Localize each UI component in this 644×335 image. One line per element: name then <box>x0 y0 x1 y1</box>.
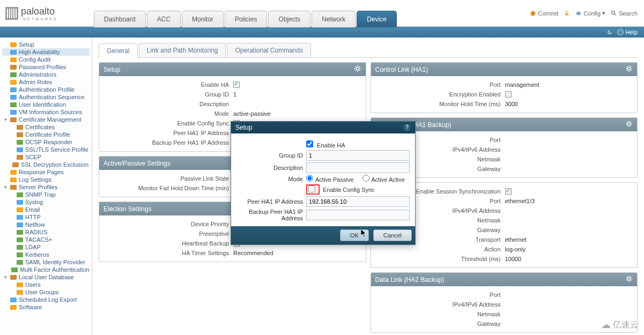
setup-dialog-footer: OK Cancel <box>231 226 415 244</box>
sidebar-item-vm-information-sources[interactable]: VM Information Sources <box>2 108 90 116</box>
svg-rect-12 <box>10 80 17 85</box>
sidebar-item-user-groups[interactable]: User Groups <box>2 288 90 296</box>
tab-network[interactable]: Network <box>312 11 356 27</box>
svg-line-48 <box>355 66 356 68</box>
svg-line-76 <box>631 70 632 71</box>
svg-point-88 <box>627 277 630 280</box>
svg-line-96 <box>627 280 628 281</box>
subtab-link-and-path-monitoring[interactable]: Link and Path Monitoring <box>139 43 226 57</box>
sidebar-item-admin-roles[interactable]: Admin Roles <box>2 78 90 86</box>
sidebar-item-authentication-sequence[interactable]: Authentication Sequence <box>2 93 90 101</box>
sidebar-item-netflow[interactable]: Netflow <box>2 221 90 228</box>
svg-rect-1 <box>565 13 568 16</box>
sidebar-item-kerberos[interactable]: Kerberos <box>2 251 90 258</box>
mode-active-active-radio[interactable]: Active Active <box>362 175 405 183</box>
sidebar-item-ssl-tls-service-profile[interactable]: SSL/TLS Service Profile <box>2 146 90 153</box>
sidebar-item-users[interactable]: Users <box>2 281 90 288</box>
sidebar-item-ssl-decryption-exclusion[interactable]: SSL Decryption Exclusion <box>2 161 90 168</box>
sidebar-item-email[interactable]: Email <box>2 206 90 213</box>
tab-dashboard[interactable]: Dashboard <box>94 11 146 27</box>
sidebar-item-response-pages[interactable]: Response Pages <box>2 168 90 176</box>
svg-point-3 <box>612 11 615 14</box>
header: paloalto NETWORKS DashboardACCMonitorPol… <box>0 0 644 27</box>
commit-link[interactable]: Commit <box>530 10 558 17</box>
svg-line-87 <box>627 125 628 126</box>
enable-ha-checkbox[interactable]: Enable HA <box>306 140 345 148</box>
svg-point-70 <box>627 67 630 70</box>
help-icon[interactable]: ? <box>403 124 411 131</box>
sidebar-item-server-profiles[interactable]: ▾Server Profiles <box>2 183 90 191</box>
sidebar-item-certificates[interactable]: Certificates <box>2 123 90 131</box>
description-input[interactable] <box>306 162 410 173</box>
sidebar-item-log-settings[interactable]: Log Settings <box>2 176 90 183</box>
sidebar-item-certificate-management[interactable]: ▾Certificate Management <box>2 116 90 123</box>
gear-icon[interactable] <box>354 65 361 74</box>
svg-rect-11 <box>10 72 17 77</box>
svg-rect-26 <box>10 185 17 190</box>
enable-config-sync-checkbox[interactable] <box>308 185 317 193</box>
svg-rect-27 <box>17 192 23 197</box>
sidebar-item-user-identification[interactable]: User Identification <box>2 101 90 108</box>
svg-point-0 <box>531 11 536 16</box>
sidebar-item-syslog[interactable]: Syslog <box>2 198 90 206</box>
svg-rect-24 <box>10 170 17 175</box>
svg-rect-39 <box>17 282 23 287</box>
sidebar-item-multi-factor-authentication[interactable]: Multi Factor Authentication <box>2 266 90 273</box>
gear-icon[interactable] <box>625 65 633 74</box>
peer-ha1-input[interactable] <box>306 196 410 207</box>
sidebar-item-radius[interactable]: RADIUS <box>2 228 90 236</box>
logo-subtext: NETWORKS <box>23 17 57 21</box>
search-icon <box>611 10 617 17</box>
tab-device[interactable]: Device <box>357 11 397 27</box>
logo: paloalto NETWORKS <box>0 6 94 21</box>
gear-icon[interactable] <box>625 275 633 284</box>
checkbox-indicator <box>505 188 512 195</box>
svg-line-86 <box>631 122 632 123</box>
sidebar-item-password-profiles[interactable]: Password Profiles <box>2 63 90 71</box>
sidebar-item-software[interactable]: Software <box>2 303 90 311</box>
checkbox-indicator <box>505 91 512 98</box>
sidebar-item-snmp-trap[interactable]: SNMP Trap <box>2 191 90 198</box>
sidebar-item-setup[interactable]: Setup <box>2 41 90 48</box>
sidebar-item-saml-identity-provider[interactable]: SAML Identity Provider <box>2 258 90 266</box>
mode-label: Mode <box>236 176 306 182</box>
tab-monitor[interactable]: Monitor <box>182 11 224 27</box>
ok-button[interactable]: OK <box>340 229 369 241</box>
sidebar-item-scheduled-log-export[interactable]: Scheduled Log Export <box>2 296 90 303</box>
help-link[interactable]: ?Help <box>617 29 638 35</box>
commit-icon <box>530 10 536 17</box>
tab-acc[interactable]: ACC <box>147 11 181 27</box>
tab-policies[interactable]: Policies <box>225 11 267 27</box>
gear-icon[interactable] <box>625 120 633 129</box>
group-id-input[interactable] <box>306 150 410 161</box>
svg-line-85 <box>631 125 632 126</box>
sidebar-item-tacacs-[interactable]: TACACS+ <box>2 236 90 243</box>
svg-line-94 <box>631 280 632 281</box>
subtab-general[interactable]: General <box>99 43 138 58</box>
sidebar-item-administrators[interactable]: Administrators <box>2 71 90 78</box>
sidebar-item-ldap[interactable]: LDAP <box>2 243 90 251</box>
config-link[interactable]: Config ▾ <box>575 10 605 17</box>
backup-peer-input[interactable] <box>306 210 410 220</box>
sidebar-item-config-audit[interactable]: Config Audit <box>2 56 90 63</box>
sidebar-item-ocsp-responder[interactable]: OCSP Responder <box>2 138 90 146</box>
sidebar-item-high-availability[interactable]: High Availability <box>2 48 90 56</box>
lock-icon[interactable] <box>564 10 570 17</box>
sidebar-item-http[interactable]: HTTP <box>2 213 90 221</box>
subtab-operational-commands[interactable]: Operational Commands <box>227 43 311 57</box>
svg-rect-40 <box>17 290 23 295</box>
svg-line-49 <box>359 70 360 71</box>
svg-rect-34 <box>17 245 23 250</box>
svg-rect-38 <box>10 275 17 280</box>
refresh-icon[interactable] <box>606 29 613 35</box>
sidebar-item-authentication-profile[interactable]: Authentication Profile <box>2 86 90 93</box>
svg-rect-37 <box>11 267 18 272</box>
search-link[interactable]: Search <box>611 10 638 17</box>
tab-objects[interactable]: Objects <box>268 11 310 27</box>
cancel-button[interactable]: Cancel <box>373 229 412 241</box>
sidebar-item-local-user-database[interactable]: ▾Local User Database <box>2 273 90 281</box>
sidebar-item-scep[interactable]: SCEP <box>2 153 90 161</box>
mode-active-passive-radio[interactable]: Active Passive <box>306 175 354 183</box>
sidebar-item-certificate-profile[interactable]: Certificate Profile <box>2 131 90 138</box>
backup-peer-label: Backup Peer HA1 IP Address <box>236 209 306 221</box>
